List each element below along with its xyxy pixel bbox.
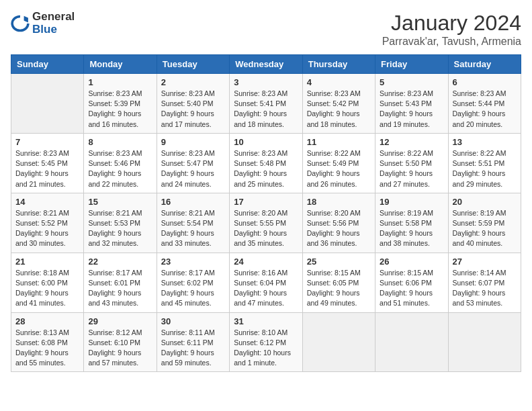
day-cell: 23Sunrise: 8:17 AMSunset: 6:02 PMDayligh… xyxy=(157,253,229,312)
day-cell: 12Sunrise: 8:22 AMSunset: 5:50 PMDayligh… xyxy=(375,133,448,193)
day-info: Sunrise: 8:12 AMSunset: 6:10 PMDaylight:… xyxy=(88,328,152,369)
header-cell-tuesday: Tuesday xyxy=(157,55,229,74)
day-number: 3 xyxy=(234,77,298,87)
week-row-1: 7Sunrise: 8:23 AMSunset: 5:45 PMDaylight… xyxy=(11,133,521,193)
day-number: 11 xyxy=(307,137,371,147)
day-cell: 4Sunrise: 8:23 AMSunset: 5:42 PMDaylight… xyxy=(302,74,375,134)
day-cell: 13Sunrise: 8:22 AMSunset: 5:51 PMDayligh… xyxy=(448,133,521,193)
day-cell: 26Sunrise: 8:15 AMSunset: 6:06 PMDayligh… xyxy=(375,253,448,312)
day-number: 8 xyxy=(88,137,152,147)
day-number: 20 xyxy=(453,197,517,207)
day-info: Sunrise: 8:19 AMSunset: 5:58 PMDaylight:… xyxy=(380,208,443,249)
svg-marker-0 xyxy=(24,15,28,22)
day-info: Sunrise: 8:23 AMSunset: 5:46 PMDaylight:… xyxy=(88,148,152,189)
day-number: 31 xyxy=(234,316,298,326)
day-info: Sunrise: 8:21 AMSunset: 5:53 PMDaylight:… xyxy=(88,208,152,249)
day-info: Sunrise: 8:17 AMSunset: 6:02 PMDaylight:… xyxy=(161,268,225,309)
day-info: Sunrise: 8:22 AMSunset: 5:51 PMDaylight:… xyxy=(453,148,517,189)
day-cell: 19Sunrise: 8:19 AMSunset: 5:58 PMDayligh… xyxy=(375,193,448,253)
day-info: Sunrise: 8:23 AMSunset: 5:39 PMDaylight:… xyxy=(88,89,152,130)
calendar-table: SundayMondayTuesdayWednesdayThursdayFrid… xyxy=(11,54,521,372)
day-number: 30 xyxy=(161,316,225,326)
day-info: Sunrise: 8:23 AMSunset: 5:40 PMDaylight:… xyxy=(161,89,225,130)
day-cell: 3Sunrise: 8:23 AMSunset: 5:41 PMDaylight… xyxy=(230,74,302,134)
day-info: Sunrise: 8:22 AMSunset: 5:49 PMDaylight:… xyxy=(307,148,371,189)
day-number: 14 xyxy=(15,197,79,207)
month-title: January 2024 xyxy=(382,11,521,36)
day-number: 15 xyxy=(88,197,152,207)
day-number: 25 xyxy=(307,257,371,267)
day-cell: 31Sunrise: 8:10 AMSunset: 6:12 PMDayligh… xyxy=(230,312,302,372)
day-number: 16 xyxy=(161,197,225,207)
day-info: Sunrise: 8:21 AMSunset: 5:54 PMDaylight:… xyxy=(161,208,225,249)
day-info: Sunrise: 8:15 AMSunset: 6:05 PMDaylight:… xyxy=(307,268,371,309)
day-info: Sunrise: 8:23 AMSunset: 5:48 PMDaylight:… xyxy=(234,148,298,189)
day-number: 4 xyxy=(307,77,371,87)
day-info: Sunrise: 8:23 AMSunset: 5:44 PMDaylight:… xyxy=(453,89,517,130)
day-info: Sunrise: 8:15 AMSunset: 6:06 PMDaylight:… xyxy=(380,268,443,309)
day-cell: 9Sunrise: 8:23 AMSunset: 5:47 PMDaylight… xyxy=(157,133,229,193)
week-row-4: 28Sunrise: 8:13 AMSunset: 6:08 PMDayligh… xyxy=(11,312,521,372)
day-info: Sunrise: 8:11 AMSunset: 6:11 PMDaylight:… xyxy=(161,328,225,369)
day-cell xyxy=(375,312,448,372)
day-info: Sunrise: 8:20 AMSunset: 5:55 PMDaylight:… xyxy=(234,208,298,249)
day-number: 23 xyxy=(161,257,225,267)
day-cell: 20Sunrise: 8:19 AMSunset: 5:59 PMDayligh… xyxy=(448,193,521,253)
day-number: 18 xyxy=(307,197,371,207)
day-cell: 11Sunrise: 8:22 AMSunset: 5:49 PMDayligh… xyxy=(302,133,375,193)
day-number: 17 xyxy=(234,197,298,207)
logo-text: General Blue xyxy=(32,11,75,36)
day-cell xyxy=(302,312,375,372)
day-info: Sunrise: 8:10 AMSunset: 6:12 PMDaylight:… xyxy=(234,328,298,369)
day-number: 5 xyxy=(380,77,443,87)
day-cell: 17Sunrise: 8:20 AMSunset: 5:55 PMDayligh… xyxy=(230,193,302,253)
day-cell: 2Sunrise: 8:23 AMSunset: 5:40 PMDaylight… xyxy=(157,74,229,134)
location-title: Parravak'ar, Tavush, Armenia xyxy=(382,36,521,48)
day-info: Sunrise: 8:14 AMSunset: 6:07 PMDaylight:… xyxy=(453,268,517,309)
day-cell: 10Sunrise: 8:23 AMSunset: 5:48 PMDayligh… xyxy=(230,133,302,193)
day-cell xyxy=(448,312,521,372)
title-area: January 2024 Parravak'ar, Tavush, Armeni… xyxy=(382,11,521,48)
day-number: 10 xyxy=(234,137,298,147)
day-number: 21 xyxy=(15,257,79,267)
header-cell-thursday: Thursday xyxy=(302,55,375,74)
day-cell: 28Sunrise: 8:13 AMSunset: 6:08 PMDayligh… xyxy=(11,312,84,372)
day-cell: 27Sunrise: 8:14 AMSunset: 6:07 PMDayligh… xyxy=(448,253,521,312)
day-cell: 5Sunrise: 8:23 AMSunset: 5:43 PMDaylight… xyxy=(375,74,448,134)
day-info: Sunrise: 8:16 AMSunset: 6:04 PMDaylight:… xyxy=(234,268,298,309)
day-cell: 21Sunrise: 8:18 AMSunset: 6:00 PMDayligh… xyxy=(11,253,84,312)
day-cell: 14Sunrise: 8:21 AMSunset: 5:52 PMDayligh… xyxy=(11,193,84,253)
day-info: Sunrise: 8:23 AMSunset: 5:43 PMDaylight:… xyxy=(380,89,443,130)
header-cell-wednesday: Wednesday xyxy=(230,55,302,74)
day-cell: 25Sunrise: 8:15 AMSunset: 6:05 PMDayligh… xyxy=(302,253,375,312)
day-number: 24 xyxy=(234,257,298,267)
day-number: 7 xyxy=(15,137,79,147)
day-number: 22 xyxy=(88,257,152,267)
day-info: Sunrise: 8:23 AMSunset: 5:42 PMDaylight:… xyxy=(307,89,371,130)
day-cell: 24Sunrise: 8:16 AMSunset: 6:04 PMDayligh… xyxy=(230,253,302,312)
day-number: 12 xyxy=(380,137,443,147)
day-info: Sunrise: 8:13 AMSunset: 6:08 PMDaylight:… xyxy=(15,328,79,369)
day-info: Sunrise: 8:22 AMSunset: 5:50 PMDaylight:… xyxy=(380,148,443,189)
day-cell: 16Sunrise: 8:21 AMSunset: 5:54 PMDayligh… xyxy=(157,193,229,253)
day-info: Sunrise: 8:18 AMSunset: 6:00 PMDaylight:… xyxy=(15,268,79,309)
day-cell: 22Sunrise: 8:17 AMSunset: 6:01 PMDayligh… xyxy=(84,253,157,312)
day-cell: 1Sunrise: 8:23 AMSunset: 5:39 PMDaylight… xyxy=(84,74,157,134)
day-cell xyxy=(11,74,84,134)
day-cell: 8Sunrise: 8:23 AMSunset: 5:46 PMDaylight… xyxy=(84,133,157,193)
day-info: Sunrise: 8:20 AMSunset: 5:56 PMDaylight:… xyxy=(307,208,371,249)
header-cell-sunday: Sunday xyxy=(11,55,84,74)
day-number: 26 xyxy=(380,257,443,267)
day-number: 29 xyxy=(88,316,152,326)
day-cell: 15Sunrise: 8:21 AMSunset: 5:53 PMDayligh… xyxy=(84,193,157,253)
day-cell: 30Sunrise: 8:11 AMSunset: 6:11 PMDayligh… xyxy=(157,312,229,372)
day-info: Sunrise: 8:19 AMSunset: 5:59 PMDaylight:… xyxy=(453,208,517,249)
week-row-0: 1Sunrise: 8:23 AMSunset: 5:39 PMDaylight… xyxy=(11,74,521,134)
day-number: 2 xyxy=(161,77,225,87)
day-info: Sunrise: 8:23 AMSunset: 5:41 PMDaylight:… xyxy=(234,89,298,130)
day-number: 1 xyxy=(88,77,152,87)
day-info: Sunrise: 8:23 AMSunset: 5:47 PMDaylight:… xyxy=(161,148,225,189)
day-number: 9 xyxy=(161,137,225,147)
header-cell-friday: Friday xyxy=(375,55,448,74)
day-info: Sunrise: 8:17 AMSunset: 6:01 PMDaylight:… xyxy=(88,268,152,309)
